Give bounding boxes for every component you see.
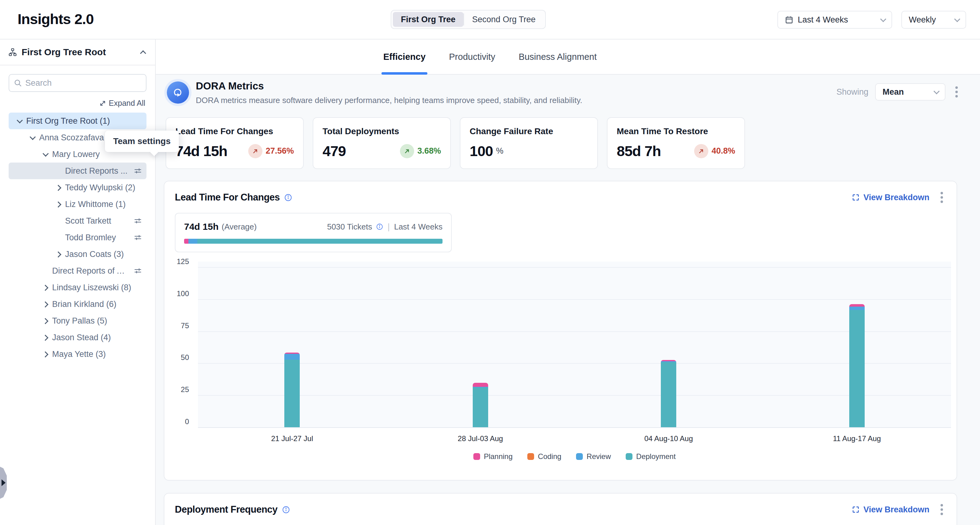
tree-item-label: First Org Tree Root (1) — [26, 116, 110, 126]
org-tree-toggle-first[interactable]: First Org Tree — [393, 12, 463, 27]
planning-swatch — [473, 453, 480, 460]
average-label: (Average) — [222, 222, 257, 232]
tree-item-liz-whittome[interactable]: Liz Whittome (1) — [9, 196, 146, 213]
team-settings-icon[interactable] — [134, 216, 142, 225]
chevron-down-icon[interactable] — [16, 117, 24, 125]
tab-business-alignment[interactable]: Business Alignment — [517, 40, 598, 74]
date-range-value: Last 4 Weeks — [798, 15, 848, 25]
tab-efficiency[interactable]: Efficiency — [382, 40, 427, 74]
tree-item-label: Tony Pallas (5) — [52, 316, 107, 326]
collapse-sidebar-icon[interactable] — [139, 48, 147, 56]
granularity-dropdown[interactable]: Weekly — [901, 11, 966, 29]
aggregation-value: Mean — [883, 87, 904, 97]
tickets-count: 5030 Tickets — [327, 222, 372, 232]
tab-productivity[interactable]: Productivity — [447, 40, 497, 74]
chevron-right-icon[interactable] — [54, 200, 63, 208]
aggregation-dropdown[interactable]: Mean — [875, 83, 945, 100]
coding-swatch — [527, 453, 534, 460]
granularity-value: Weekly — [909, 15, 936, 25]
chevron-down-icon[interactable] — [41, 150, 50, 158]
team-settings-icon[interactable] — [134, 233, 142, 242]
stacked-bar — [661, 360, 676, 427]
chevron-right-icon[interactable] — [41, 350, 50, 358]
section-menu-kebab-icon[interactable] — [937, 502, 946, 517]
org-chart-icon — [8, 48, 17, 57]
delta-badge: 3.68% — [400, 144, 441, 158]
tree-item-todd-bromley[interactable]: Todd Bromley — [9, 229, 146, 246]
efficiency-content: DORA Metrics DORA metrics measure softwa… — [156, 75, 980, 525]
tree-item-teddy-wylupski[interactable]: Teddy Wylupski (2) — [9, 179, 146, 196]
tree-item-direct-reports[interactable]: Direct Reports ... — [9, 162, 146, 179]
delta-badge: 27.56% — [248, 144, 294, 158]
lead-time-section: Lead Time For Changes — [164, 181, 957, 480]
legend-item-coding[interactable]: Coding — [527, 452, 561, 461]
chevron-down-icon[interactable] — [29, 134, 37, 142]
tree-item-first-org-tree-root[interactable]: First Org Tree Root (1) — [9, 113, 146, 129]
showing-label: Showing — [836, 87, 869, 97]
dora-menu-kebab-icon[interactable] — [952, 84, 961, 99]
tree-item-jason-stead[interactable]: Jason Stead (4) — [9, 329, 146, 346]
phase-distribution-bar — [184, 239, 442, 244]
stacked-bar — [473, 383, 488, 427]
tree-item-brian-kirkland[interactable]: Brian Kirkland (6) — [9, 296, 146, 312]
section-title: Deployment Frequency — [175, 504, 278, 515]
tree-item-direct-reports-of-a[interactable]: Direct Reports of A... — [9, 262, 146, 279]
tree-item-label: Todd Bromley — [65, 233, 116, 242]
chevron-right-icon[interactable] — [54, 250, 63, 258]
dora-title: DORA Metrics — [196, 80, 582, 92]
metric-card-change-failure-rate: Change Failure Rate 100 % — [460, 117, 598, 169]
delta-badge: 40.8% — [694, 144, 735, 158]
chart-plot-area[interactable] — [198, 262, 951, 428]
metric-value: 85d 7h — [617, 143, 661, 159]
review-segment — [188, 239, 197, 244]
expand-all-icon — [99, 100, 107, 107]
tree-item-label: Jason Coats (3) — [65, 250, 124, 259]
org-tree-toggle-second[interactable]: Second Org Tree — [464, 12, 544, 27]
legend-item-planning[interactable]: Planning — [473, 452, 512, 461]
tree-item-scott-tarkett[interactable]: Scott Tarkett — [9, 213, 146, 229]
view-breakdown-link[interactable]: View Breakdown — [852, 193, 929, 202]
tree-item-tony-pallas[interactable]: Tony Pallas (5) — [9, 312, 146, 329]
info-icon[interactable] — [376, 223, 383, 231]
calendar-icon — [785, 16, 794, 24]
metric-label: Total Deployments — [323, 126, 441, 136]
date-range-dropdown[interactable]: Last 4 Weeks — [777, 11, 892, 29]
dora-subtitle: DORA metrics measure software delivery p… — [196, 95, 582, 105]
tree-item-label: Mary Lowery — [52, 150, 100, 159]
team-settings-icon[interactable] — [134, 167, 142, 175]
legend-item-deployment[interactable]: Deployment — [626, 452, 676, 461]
info-icon[interactable] — [282, 506, 290, 514]
chevron-right-icon[interactable] — [41, 283, 50, 291]
legend-item-review[interactable]: Review — [576, 452, 611, 461]
tree-item-label: Brian Kirkland (6) — [52, 299, 116, 309]
tree-item-lindsay-liszewski[interactable]: Lindsay Liszewski (8) — [9, 279, 146, 296]
metric-unit: % — [496, 146, 503, 156]
chevron-right-icon[interactable] — [54, 183, 63, 192]
metric-card-lead-time: Lead Time For Changes 74d 15h 27.56% — [165, 117, 304, 169]
page-title: Insights 2.0 — [18, 11, 94, 27]
chevron-right-icon[interactable] — [41, 300, 50, 308]
view-breakdown-link[interactable]: View Breakdown — [852, 505, 929, 514]
header-controls: Last 4 Weeks Weekly — [777, 11, 966, 29]
search-input[interactable] — [9, 74, 146, 92]
metric-label: Mean Time To Restore — [617, 126, 735, 136]
average-value: 74d 15h — [184, 221, 219, 232]
tree-item-label: Liz Whittome (1) — [65, 200, 126, 209]
delta-value: 3.68% — [417, 146, 441, 156]
main-content: Efficiency Productivity Business Alignme… — [156, 40, 980, 525]
team-settings-icon[interactable] — [134, 267, 142, 275]
section-menu-kebab-icon[interactable] — [937, 190, 946, 205]
info-icon[interactable] — [284, 193, 292, 202]
org-tree-toggle: First Org Tree Second Org Tree — [391, 10, 546, 29]
expand-breakdown-icon — [852, 193, 860, 201]
chevron-right-icon[interactable] — [41, 333, 50, 342]
metric-value: 479 — [323, 143, 346, 159]
planning-segment — [184, 239, 188, 244]
tree-item-label: Anna Scozzafava — [39, 133, 104, 143]
metric-card-total-deployments: Total Deployments 479 3.68% — [313, 117, 451, 169]
tree-item-maya-yette[interactable]: Maya Yette (3) — [9, 346, 146, 363]
expand-all-button[interactable]: Expand All — [0, 99, 145, 108]
chevron-right-icon[interactable] — [41, 317, 50, 325]
metric-value: 100 — [470, 143, 493, 159]
tree-item-jason-coats[interactable]: Jason Coats (3) — [9, 246, 146, 262]
